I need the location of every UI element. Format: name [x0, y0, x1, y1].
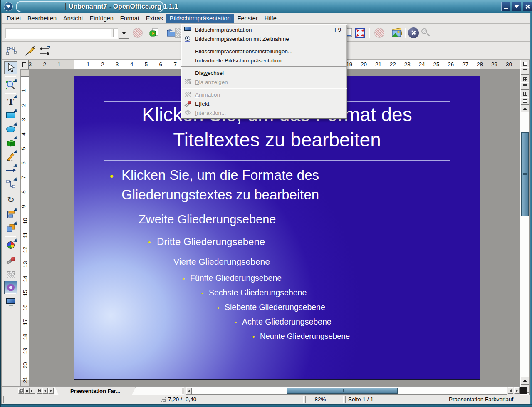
- view-outline-button[interactable]: [521, 67, 529, 75]
- close-button[interactable]: [523, 2, 532, 11]
- stop-icon-disabled: [133, 28, 143, 38]
- title-pill[interactable]: Unbenannt7 - OpenOffice.org 1.1.1: [16, 1, 164, 12]
- insert-tool[interactable]: [4, 238, 17, 252]
- connector-tool[interactable]: [4, 177, 17, 191]
- select-tool[interactable]: [4, 61, 17, 74]
- menu-hilfe[interactable]: Hilfe: [261, 14, 280, 23]
- menu-item-mit-zeitnahme[interactable]: Bildschirmpräsentation mit Zeitnahme: [181, 34, 347, 43]
- slides-view-icon: [523, 77, 527, 81]
- menu-format[interactable]: Format: [117, 14, 143, 23]
- scroll-left-button[interactable]: [186, 388, 192, 394]
- next-slide-button[interactable]: [48, 388, 54, 394]
- presentation-tool[interactable]: [4, 295, 17, 309]
- outline-view-icon: [523, 69, 527, 73]
- menu-item-diawechsel[interactable]: Diawechsel: [181, 68, 347, 77]
- interaction-icon-disabled: [184, 109, 191, 116]
- horizontal-scroll-thumb[interactable]: [287, 388, 398, 394]
- menu-bearbeiten[interactable]: Bearbeiten: [24, 14, 60, 23]
- url-dropdown-button[interactable]: [119, 28, 129, 39]
- window-menu-button[interactable]: [4, 2, 13, 11]
- zoom-tool[interactable]: [4, 79, 17, 92]
- ruler-number: 15: [22, 290, 28, 296]
- first-slide-button[interactable]: [37, 388, 42, 394]
- slide-canvas[interactable]: Klicken Sie, um das Format des Titeltext…: [74, 76, 480, 380]
- menu-item-einstellungen[interactable]: Bildschirmpräsentationseinstellungen...: [181, 47, 347, 56]
- vertical-ruler[interactable]: 123456789101112131415161718192021: [21, 70, 29, 386]
- pane-splitter[interactable]: [182, 387, 184, 394]
- new-document-button[interactable]: [148, 27, 161, 39]
- pen-icon: [24, 45, 35, 57]
- view-slides-button[interactable]: [521, 75, 529, 82]
- prev-slide-button[interactable]: [42, 388, 48, 394]
- view-drawing-button[interactable]: [521, 60, 529, 67]
- vertical-scroll-thumb[interactable]: [521, 132, 529, 216]
- menu-item-individuelle[interactable]: Individuelle Bildschirmpräsentation...: [181, 56, 347, 65]
- maximize-button[interactable]: [512, 2, 521, 11]
- arrange-tool[interactable]: [4, 221, 17, 235]
- shortcut-label: F9: [334, 27, 341, 33]
- ruler-number: 12: [22, 247, 28, 253]
- v-ruler-numbers: 123456789101112131415161718192021: [21, 70, 29, 386]
- slide-tab[interactable]: Praesentation Far...: [55, 387, 136, 395]
- ellipse-tool[interactable]: [4, 122, 17, 136]
- outline-level-4: – Vierte Gliederungsebene: [165, 256, 450, 268]
- rectangle-icon: [6, 112, 15, 118]
- rectangle-tool[interactable]: [4, 109, 17, 122]
- url-input[interactable]: [5, 28, 118, 39]
- menu-item-bildschirmpraesentation[interactable]: Bildschirmpräsentation F9: [181, 25, 347, 34]
- status-page-field: Seite 1 / 1: [345, 396, 444, 403]
- close-window-button[interactable]: [407, 27, 420, 39]
- scroll-left-button-2[interactable]: [508, 387, 513, 394]
- tab-label: Praesentation Far...: [70, 388, 120, 394]
- menu-bildschirmpraesentation[interactable]: Bildschirmpräsentation: [166, 14, 234, 23]
- corner-mode-button[interactable]: [30, 388, 35, 394]
- text-tool[interactable]: T: [4, 95, 17, 108]
- rotate-tool[interactable]: ↻: [4, 193, 17, 206]
- menu-einfuegen[interactable]: Einfügen: [87, 14, 117, 23]
- zoom-page-button[interactable]: [354, 27, 366, 39]
- page-icon: [26, 390, 28, 392]
- scroll-up-button-2[interactable]: [521, 376, 529, 385]
- menu-item-effekt[interactable]: Effekt: [181, 99, 347, 108]
- ruler-number: 2: [43, 61, 46, 67]
- tab-selector-button[interactable]: [20, 60, 29, 69]
- gallery-button[interactable]: [391, 27, 403, 39]
- start-show-button[interactable]: [521, 97, 529, 105]
- ruler-number: 13: [22, 261, 28, 267]
- record-button: [373, 27, 386, 39]
- scroll-right-button[interactable]: [514, 387, 520, 394]
- status-modified-field: [337, 396, 344, 403]
- edit-points-button[interactable]: [5, 45, 17, 57]
- layer-mode-button[interactable]: [18, 388, 24, 394]
- outline-placeholder[interactable]: • Klicken Sie, um die Formate desGlieder…: [104, 160, 450, 353]
- master-mode-button[interactable]: [24, 388, 30, 394]
- ruler-number: 18: [22, 333, 28, 340]
- curve-tool[interactable]: [4, 150, 17, 163]
- 3d-objects-tool[interactable]: [4, 136, 17, 149]
- status-zoom-field[interactable]: 82%: [305, 396, 335, 403]
- menu-fenster[interactable]: Fenster: [234, 14, 261, 23]
- menu-item-animation: Animation: [181, 90, 347, 99]
- resize-corner[interactable]: [520, 387, 527, 394]
- zoom-page-icon: [354, 27, 366, 39]
- effects-tool[interactable]: [4, 254, 17, 268]
- menu-item-dia-anzeigen: Dia anzeigen: [181, 77, 347, 87]
- menu-separator: [181, 45, 347, 45]
- arrow-ends-button[interactable]: [38, 45, 51, 57]
- edit-points-icon: [6, 46, 17, 56]
- alignment-tool[interactable]: [4, 208, 17, 221]
- menu-datei[interactable]: Datei: [3, 14, 24, 23]
- line-arrow-tool[interactable]: [4, 164, 17, 177]
- menu-extras[interactable]: Extras: [143, 14, 166, 23]
- view-notes-button[interactable]: [521, 82, 529, 90]
- view-handout-button[interactable]: [521, 90, 529, 97]
- minimize-button[interactable]: [501, 2, 510, 11]
- 3d-controller-tool[interactable]: [4, 281, 17, 294]
- ruler-number: 5: [21, 147, 27, 150]
- vertical-scrollbar[interactable]: [520, 60, 529, 395]
- line-pen-button[interactable]: [23, 45, 36, 57]
- horizontal-scrollbar[interactable]: [186, 387, 507, 395]
- scroll-up-button[interactable]: [521, 105, 529, 112]
- menu-ansicht[interactable]: Ansicht: [60, 14, 87, 23]
- show-slide-icon-disabled: [184, 79, 191, 85]
